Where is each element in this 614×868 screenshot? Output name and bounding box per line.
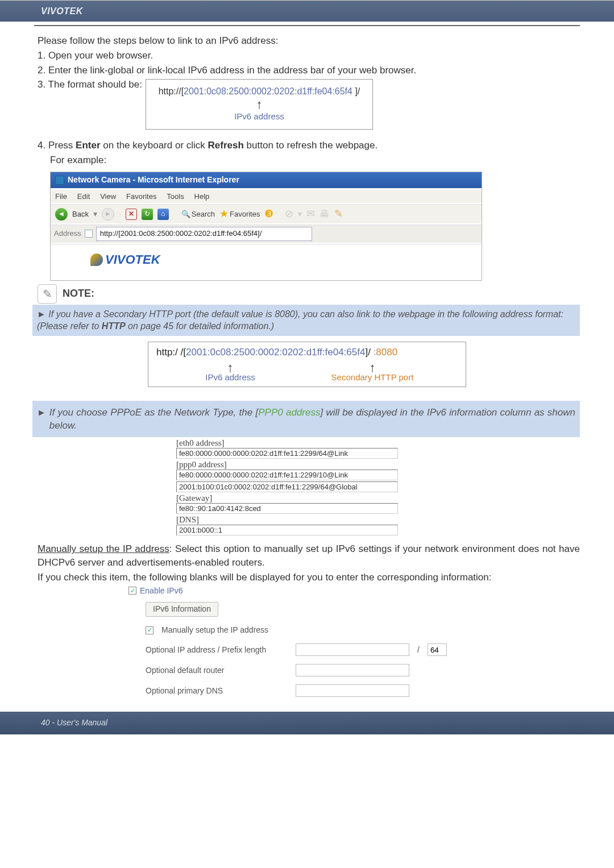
menu-bar: File Edit View Favorites Tools Help	[51, 189, 482, 203]
ipv6-address-label-2: IPv6 address	[156, 372, 304, 382]
manual-ip-checkbox[interactable]: ✓	[146, 626, 154, 634]
address-input[interactable]: http://[2001:0c08:2500:0002:0202:d1ff:fe…	[96, 227, 312, 240]
url-suffix: ]/	[352, 86, 360, 96]
menu-favorites[interactable]: Favorites	[126, 192, 156, 201]
url-diagram-2: http:/ /[2001:0c08:2500:0002:0202:d1ff:f…	[148, 342, 466, 388]
ipv6-info-readout: [eth0 address] fe80:0000:0000:0000:0202:…	[176, 438, 614, 535]
refresh-button[interactable]: ↻	[142, 209, 153, 220]
prefix-length-input[interactable]	[428, 643, 447, 656]
pppoe-green: PPP0 address	[258, 407, 320, 418]
bullet-icon: ►	[37, 309, 46, 319]
optional-dns-input[interactable]	[296, 684, 409, 697]
brand-label: VIVOTEK	[41, 6, 83, 16]
optional-ip-input[interactable]	[296, 643, 409, 656]
app-icon	[55, 176, 64, 185]
note-box-1: ► If you have a Secondary HTTP port (the…	[32, 305, 580, 336]
vivotek-logo: VIVOTEK	[90, 251, 477, 269]
enable-ipv6-label: Enable IPv6	[140, 585, 183, 597]
note-box-2: ► If you choose PPPoE as the Network Typ…	[32, 401, 580, 437]
page-number: 40 - User's Manual	[41, 718, 107, 727]
arrow-up-icon: ↑	[154, 99, 364, 110]
note-heading-row: ✎ NOTE:	[38, 284, 580, 304]
separator: ·	[119, 209, 121, 220]
menu-view[interactable]: View	[100, 192, 116, 201]
history-icon[interactable]: ❸	[264, 207, 273, 221]
ipv6-address-label: IPv6 address	[154, 110, 364, 122]
search-label[interactable]: Search	[192, 209, 215, 219]
print-icon[interactable]: 🖶	[320, 207, 330, 221]
url2-prefix: http:/ /[	[156, 347, 186, 358]
optional-ip-label: Optional IP address / Prefix length	[146, 645, 288, 656]
page-icon	[85, 230, 93, 238]
address-bar-row: Address http://[2001:0c08:2500:0002:0202…	[51, 225, 482, 242]
slash-label: /	[417, 645, 420, 656]
step-3: 3. The format should be:	[38, 78, 142, 92]
back-dropdown-icon[interactable]: ▾	[93, 209, 97, 220]
forward-button[interactable]: ►	[102, 208, 114, 221]
optional-router-input[interactable]	[296, 664, 409, 676]
edit-page-icon[interactable]: ✎	[334, 207, 343, 221]
logo-text: VIVOTEK	[105, 251, 160, 269]
window-titlebar: Network Camera - Microsoft Internet Expl…	[51, 172, 482, 188]
favorites-icon[interactable]: ★	[219, 207, 229, 221]
logo-swoosh-icon	[90, 254, 103, 266]
bullet-icon-2: ►	[37, 406, 46, 419]
enable-ipv6-row: ✓ Enable IPv6	[128, 585, 580, 597]
step-2: 2. Enter the link-global or link-local I…	[38, 64, 580, 77]
manual-setup-para-2: If you check this item, the following bl…	[38, 571, 580, 584]
note-title: NOTE:	[63, 286, 94, 301]
browser-viewport: VIVOTEK	[51, 244, 482, 279]
separator-2: ▾	[298, 209, 302, 220]
search-icon[interactable]: 🔍	[181, 209, 190, 219]
url-prefix: http://[	[159, 86, 184, 96]
url2-addr: 2001:0c08:2500:0002:0202:d1ff:fe04:65f4	[186, 347, 365, 358]
mail-icon[interactable]: ✉	[306, 207, 315, 221]
ppp0-value-1: fe80:0000:0000:0000:0202:d1ff:fe11:2299/…	[176, 470, 398, 480]
pppoe-text-a: If you choose PPPoE as the Network Type,…	[49, 407, 258, 418]
secondary-port-label: Secondary HTTP port	[304, 372, 441, 382]
ipv6-information-button[interactable]: IPv6 Information	[146, 602, 218, 617]
note-icon: ✎	[38, 284, 57, 304]
intro-line: Please follow the steps below to link to…	[38, 34, 580, 48]
gateway-header: [Gateway]	[176, 493, 614, 503]
manual-setup-para: Manually setup the IP address: Select th…	[38, 542, 580, 570]
stop-button[interactable]: ✕	[126, 209, 137, 220]
url2-port: :8080	[374, 347, 398, 358]
step-4-sub: For example:	[50, 153, 580, 167]
ipv6-config-panel: ✓ Enable IPv6 IPv6 Information ✓ Manuall…	[128, 585, 580, 697]
eth0-value: fe80:0000:0000:0000:0202:d1ff:fe11:2299/…	[176, 448, 398, 459]
favorites-label[interactable]: Favorites	[230, 209, 260, 219]
optional-router-label: Optional default router	[146, 665, 288, 676]
page-header: VIVOTEK	[0, 0, 614, 22]
block-icon[interactable]: ⊘	[285, 207, 293, 221]
ppp0-value-2: 2001:b100:01c0:0002:0202:d1ff:fe11:2299/…	[176, 481, 398, 492]
menu-file[interactable]: File	[55, 192, 67, 201]
menu-help[interactable]: Help	[194, 192, 210, 201]
back-label[interactable]: Back	[72, 209, 89, 219]
toolbar: ◄ Back ▾ ► · ✕ ↻ ⌂ 🔍Search ★Favorites ❸ …	[51, 204, 482, 223]
eth0-header: [eth0 address]	[176, 438, 614, 448]
browser-window: Network Camera - Microsoft Internet Expl…	[50, 172, 482, 281]
menu-edit[interactable]: Edit	[77, 192, 90, 201]
url-addr: 2001:0c08:2500:0002:0202:d1ff:fe04:65f4	[184, 86, 352, 96]
dns-value: 2001:b000::1	[176, 525, 398, 535]
manual-setup-heading: Manually setup the IP address	[38, 543, 169, 554]
dns-header: [DNS]	[176, 515, 614, 525]
url-diagram-1: http://[2001:0c08:2500:0002:0202:d1ff:fe…	[146, 79, 373, 130]
step-4: 4. Press Enter on the keyboard or click …	[38, 140, 377, 151]
manual-ip-label: Manually setup the IP address	[161, 625, 268, 636]
gateway-value: fe80::90:1a00:4142:8ced	[176, 503, 398, 514]
page-footer: 40 - User's Manual	[0, 712, 614, 734]
home-button[interactable]: ⌂	[157, 209, 169, 220]
address-label: Address	[54, 229, 81, 239]
ppp0-header: [ppp0 address]	[176, 460, 614, 470]
url2-mid: ]/	[365, 347, 373, 358]
optional-dns-label: Optional primary DNS	[146, 686, 288, 697]
header-rule	[34, 25, 580, 26]
back-button[interactable]: ◄	[55, 208, 68, 221]
arrow-up-icon-3: ↑	[304, 363, 441, 373]
menu-tools[interactable]: Tools	[167, 192, 184, 201]
window-title: Network Camera - Microsoft Internet Expl…	[68, 175, 239, 186]
enable-ipv6-checkbox[interactable]: ✓	[128, 587, 136, 595]
arrow-up-icon-2: ↑	[156, 363, 304, 373]
